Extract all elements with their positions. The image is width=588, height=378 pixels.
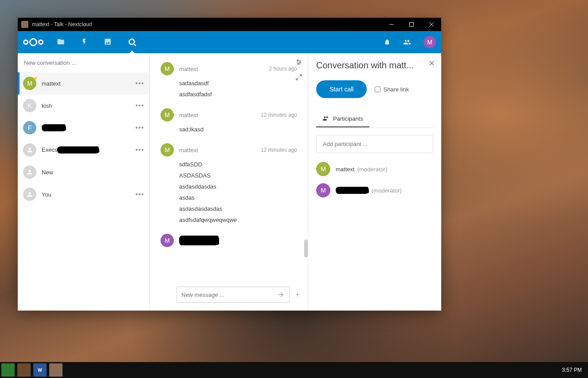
- message-input[interactable]: [181, 291, 277, 298]
- avatar: M★: [23, 77, 36, 90]
- conversation-menu-icon[interactable]: •••: [135, 124, 144, 132]
- app-window: mattext - Talk - Nextcloud: [18, 18, 441, 311]
- share-link-label: Share link: [383, 86, 409, 93]
- avatar: M: [161, 234, 174, 247]
- message-group: M: [161, 234, 297, 247]
- avatar: M: [316, 162, 330, 176]
- message-text: sdfaSDD: [179, 161, 297, 168]
- avatar: [23, 143, 36, 157]
- conversation-title: Conversation with matt...: [316, 60, 433, 71]
- share-link-checkbox[interactable]: Share link: [375, 86, 409, 93]
- svg-rect-1: [409, 23, 413, 27]
- conversation-item[interactable]: Execs•••: [18, 139, 149, 161]
- participant-name: [336, 187, 369, 194]
- message-text: ASDASDAS: [179, 172, 297, 179]
- conversation-name: mattext: [42, 80, 135, 87]
- conversation-name: Execs: [42, 146, 135, 154]
- taskbar[interactable]: W 3:57 PM: [0, 362, 588, 378]
- svg-point-4: [129, 39, 134, 44]
- details-panel: ✕ Conversation with matt... Start call S…: [308, 53, 441, 311]
- conversation-name: You: [42, 191, 135, 198]
- participant-role: (moderator): [372, 187, 402, 194]
- message-text: asdasddasdas: [179, 183, 297, 190]
- minimize-button[interactable]: [381, 18, 401, 31]
- message-author: [179, 236, 219, 245]
- avatar: K: [23, 99, 36, 112]
- conversation-menu-icon[interactable]: •••: [135, 146, 144, 154]
- gallery-icon[interactable]: [104, 38, 112, 47]
- nextcloud-logo[interactable]: [23, 38, 43, 46]
- message-group: Mmattext12 minutes agosdfaSDDASDASDASasd…: [161, 143, 297, 223]
- user-avatar[interactable]: M: [423, 36, 436, 48]
- message-time: 2 hours ago: [269, 66, 297, 72]
- files-icon[interactable]: [57, 38, 65, 47]
- send-icon[interactable]: [277, 291, 285, 299]
- conversation-item[interactable]: You•••: [18, 183, 149, 205]
- conversation-name: New: [42, 169, 144, 176]
- chat-tools: [295, 59, 302, 81]
- titlebar: mattext - Talk - Nextcloud: [18, 18, 441, 31]
- conversation-item[interactable]: M★mattext•••: [18, 72, 149, 94]
- svg-line-5: [133, 43, 136, 46]
- participant-role: (moderator): [357, 166, 388, 173]
- svg-point-11: [298, 63, 299, 65]
- conversation-menu-icon[interactable]: •••: [135, 102, 144, 110]
- chat-area: Mmattext2 hours agosadasdasdfasdfasdfads…: [150, 53, 308, 311]
- message-text: sadasdasdf: [179, 80, 297, 87]
- app-icon: [21, 21, 28, 28]
- add-participant-input[interactable]: [316, 135, 433, 153]
- new-conversation-input[interactable]: [18, 53, 149, 72]
- conversation-item[interactable]: F•••: [18, 117, 149, 139]
- message-author: mattext: [179, 66, 198, 72]
- close-panel-icon[interactable]: ✕: [428, 59, 435, 68]
- fullscreen-icon[interactable]: [295, 74, 302, 81]
- talk-icon[interactable]: [128, 38, 137, 47]
- participant-name: mattext: [336, 166, 355, 173]
- taskbar-clock[interactable]: 3:57 PM: [556, 367, 588, 373]
- avatar: M: [161, 143, 174, 157]
- taskbar-word[interactable]: W: [33, 363, 47, 377]
- avatar: M: [161, 62, 174, 75]
- chat-settings-icon[interactable]: [295, 59, 302, 66]
- taskbar-app-2[interactable]: [17, 363, 31, 377]
- conversation-item[interactable]: Kkish•••: [18, 94, 149, 117]
- redacted-text: [57, 146, 99, 154]
- participant-item[interactable]: Mmattext(moderator): [316, 162, 433, 176]
- contacts-icon[interactable]: [403, 38, 411, 46]
- avatar: [23, 165, 36, 179]
- avatar: [23, 188, 36, 201]
- message-author: mattext: [179, 147, 198, 154]
- star-icon: ★: [33, 75, 38, 82]
- participant-item[interactable]: M(moderator): [316, 183, 433, 197]
- avatar: F: [23, 121, 36, 134]
- conversation-menu-icon[interactable]: •••: [135, 79, 144, 87]
- conversation-item[interactable]: New: [18, 161, 149, 183]
- message-text: asdfsdafqwqweqwqwe: [179, 217, 297, 223]
- message-author: mattext: [179, 112, 198, 118]
- message-text: sad;lkasd: [179, 126, 297, 133]
- window-title: mattext - Talk - Nextcloud: [32, 21, 381, 28]
- maximize-button[interactable]: [401, 18, 421, 31]
- conversation-menu-icon[interactable]: •••: [135, 190, 144, 198]
- start-call-button[interactable]: Start call: [316, 80, 367, 98]
- taskbar-nextcloud[interactable]: [49, 363, 63, 377]
- message-text: asdas: [179, 194, 297, 201]
- message-time: 12 minutes ago: [261, 112, 297, 118]
- app-header: M: [18, 31, 441, 53]
- conversation-sidebar: M★mattext•••Kkish•••F•••Execs•••NewYou••…: [18, 53, 150, 311]
- attach-icon[interactable]: +: [295, 290, 300, 299]
- redacted-text: [42, 124, 66, 131]
- message-input-container: [176, 287, 290, 303]
- svg-point-10: [299, 62, 301, 63]
- conversation-name: [42, 124, 135, 132]
- redacted-text: [179, 236, 219, 245]
- activity-icon[interactable]: [81, 38, 88, 47]
- taskbar-app-1[interactable]: [1, 363, 15, 377]
- participants-tab[interactable]: Participants: [316, 110, 369, 127]
- scrollbar-handle[interactable]: [304, 240, 308, 257]
- close-button[interactable]: [421, 18, 441, 31]
- message-group: Mmattext2 hours agosadasdasdfasdfasdfads…: [161, 62, 297, 98]
- avatar: M: [316, 183, 330, 197]
- notifications-icon[interactable]: [384, 39, 391, 46]
- message-time: 12 minutes ago: [261, 147, 297, 153]
